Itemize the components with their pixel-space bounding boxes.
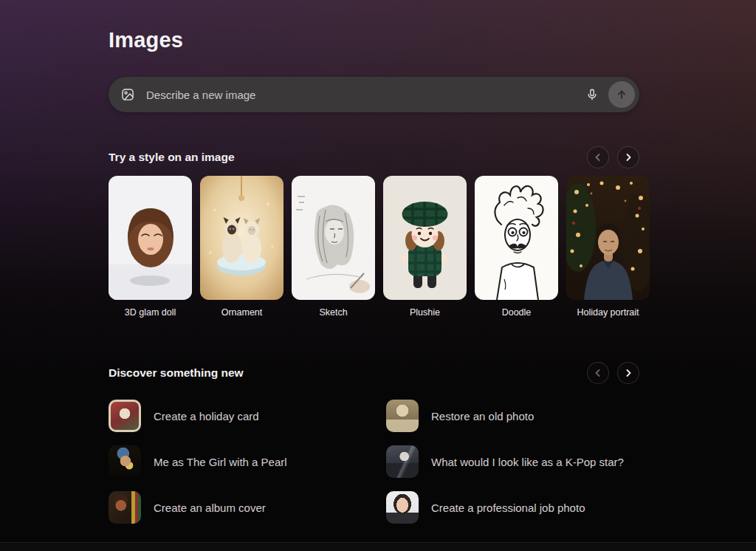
discover-item-label: Create an album cover [154,502,266,514]
chevron-right-icon [624,369,633,377]
doodle-image [475,176,558,300]
styles-prev-button[interactable] [587,146,609,168]
style-card-label: 3D glam doll [109,307,192,318]
chevron-left-icon [594,153,602,162]
discover-item-label: Create a professional job photo [431,502,585,514]
styles-carousel-nav [587,146,639,168]
style-card-sketch[interactable]: Sketch [292,176,375,318]
discover-item-girl-with-pearl[interactable]: Me as The Girl with a Pearl [109,445,386,478]
kpop-star-thumbnail [386,445,419,478]
discover-next-button[interactable] [617,362,639,384]
discover-item-album-cover[interactable]: Create an album cover [109,491,386,524]
pearl-girl-thumbnail [109,445,141,478]
style-card-plushie[interactable]: Plushie [383,176,467,318]
style-card-label: Sketch [292,307,375,318]
glam-doll-image [109,176,192,300]
page-title: Images [109,28,756,52]
holiday-portrait-image [566,176,650,300]
style-card-label: Doodle [475,307,558,318]
discover-item-label: Create a holiday card [154,410,259,422]
style-card-holiday-portrait[interactable]: Holiday portrait [566,176,650,318]
style-cards-row: 3D glam doll [109,176,756,318]
style-card-3d-glam-doll[interactable]: 3D glam doll [109,176,192,318]
sketch-image [292,176,375,300]
discover-item-job-photo[interactable]: Create a professional job photo [386,491,664,524]
images-page: Images Try a style [0,0,756,524]
style-card-label: Ornament [200,307,284,318]
discover-item-label: Restore an old photo [431,410,534,422]
microphone-icon[interactable] [580,83,604,106]
old-photo-thumbnail [386,400,419,432]
styles-section-title: Try a style on an image [109,151,235,164]
chevron-right-icon [624,153,633,162]
chevron-left-icon [594,369,602,377]
ornament-image [200,176,284,300]
discover-section-title: Discover something new [109,366,244,380]
discover-item-label: Me as The Girl with a Pearl [154,456,287,468]
style-card-ornament[interactable]: Ornament [200,176,284,318]
style-card-label: Holiday portrait [566,307,650,318]
plushie-image [383,176,467,300]
image-prompt-bar [109,77,639,112]
discover-carousel-nav [587,362,639,384]
job-photo-thumbnail [386,491,419,524]
style-card-label: Plushie [383,307,467,318]
bottom-edge-bar [0,542,756,551]
image-icon [120,87,135,102]
image-prompt-input[interactable] [145,88,580,102]
submit-prompt-button[interactable] [608,81,635,108]
discover-grid: Create a holiday card Restore an old pho… [109,400,756,524]
discover-item-holiday-card[interactable]: Create a holiday card [109,400,386,432]
discover-item-restore-photo[interactable]: Restore an old photo [386,400,664,432]
holiday-card-thumbnail [109,400,141,432]
style-card-doodle[interactable]: Doodle [475,176,558,318]
arrow-up-icon [616,89,628,100]
discover-item-label: What would I look like as a K-Pop star? [431,456,624,468]
discover-prev-button[interactable] [587,362,609,384]
discover-section-header: Discover something new [109,362,639,384]
album-cover-thumbnail [109,491,141,524]
discover-item-kpop-star[interactable]: What would I look like as a K-Pop star? [386,445,664,478]
styles-section-header: Try a style on an image [109,146,639,168]
styles-next-button[interactable] [617,146,639,168]
